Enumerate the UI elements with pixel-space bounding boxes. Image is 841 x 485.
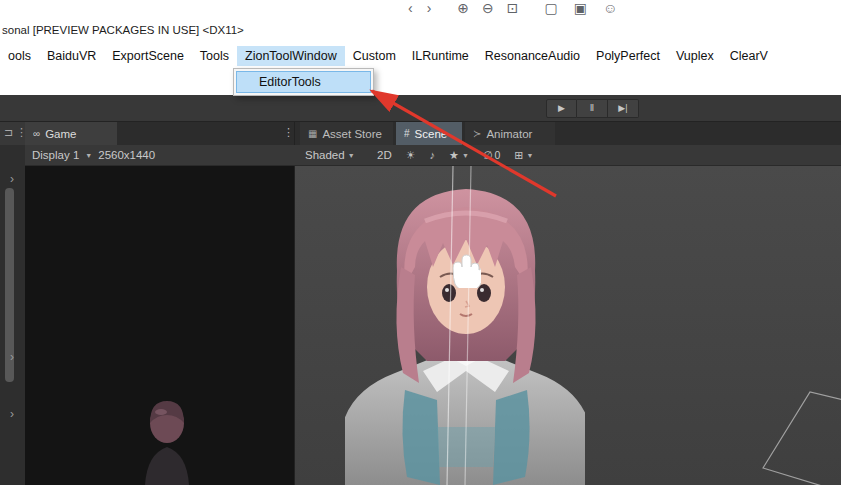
tab-asset-store-label: Asset Store (322, 128, 381, 140)
dock-icon[interactable]: ⊐ (4, 126, 13, 139)
hierarchy-strip: › › › (0, 145, 25, 485)
menu-item-polyperfect[interactable]: PolyPerfect (588, 46, 668, 66)
game-dock-tabs: ∞ Game ⋮ (25, 122, 295, 145)
scene-dock-tabs: ▦ Asset Store # Scene ≻ Animator (295, 122, 841, 145)
unity-toolbar: ▶ Ⅱ ▶| (0, 95, 841, 122)
screenshot-root: ‹ › ⊕ ⊖ ⊡ ▢ ▣ ☺ sonal [PREVIEW PACKAGES … (0, 0, 841, 485)
asset-store-icon: ▦ (308, 128, 317, 139)
hidden-object-count: 0 (494, 149, 500, 161)
pause-button[interactable]: Ⅱ (577, 99, 608, 118)
play-controls: ▶ Ⅱ ▶| (546, 99, 639, 118)
chevron-down-icon: ▼ (85, 152, 92, 159)
animator-icon: ≻ (473, 128, 481, 139)
visibility-off-icon: ∅ (483, 149, 493, 162)
game-resolution: 2560x1440 (98, 149, 155, 161)
chevron-down-icon: ▼ (348, 152, 355, 159)
chevron-down-icon: ▼ (462, 152, 469, 159)
shading-dropdown-label: Shaded (305, 149, 345, 161)
game-icon: ∞ (33, 128, 40, 139)
zoom-in-icon[interactable]: ⊕ (457, 0, 469, 16)
game-view-toolbar: Display 1 ▼ 2560x1440 (25, 145, 295, 166)
expand-arrow-icon[interactable]: › (10, 350, 14, 364)
nav-forward-icon[interactable]: › (427, 0, 432, 16)
hand-cursor-icon (443, 252, 481, 288)
effects-icon: ★ (449, 149, 459, 162)
step-button[interactable]: ▶| (608, 99, 639, 118)
nav-back-icon[interactable]: ‹ (408, 0, 413, 16)
fit-to-window-icon[interactable]: ⊡ (507, 0, 519, 16)
scene-character (345, 175, 585, 485)
scene-view-toolbar: Shaded ▼ 2D ☀ ♪ ★ ▼ ∅ 0 ⊞ ▼ (295, 145, 841, 166)
tab-scene-label: Scene (415, 128, 448, 140)
toggle-2d-button[interactable]: 2D (377, 149, 392, 161)
menu-item-resonanceaudio[interactable]: ResonanceAudio (477, 46, 588, 66)
scene-audio-icon[interactable]: ♪ (430, 149, 436, 161)
play-button[interactable]: ▶ (546, 99, 577, 118)
menu-bar: ools BaiduVR ExportScene Tools ZionToolW… (0, 45, 776, 67)
window-title: sonal [PREVIEW PACKAGES IN USE] <DX11> (2, 24, 244, 36)
scene-icon: # (404, 128, 410, 139)
shading-dropdown[interactable]: Shaded ▼ (305, 149, 363, 161)
menu-item-baiduvr[interactable]: BaiduVR (39, 46, 104, 66)
display-dropdown[interactable]: Display 1 (32, 149, 79, 161)
menu-item-ilruntime[interactable]: ILRuntime (404, 46, 477, 66)
game-view-character (137, 392, 197, 485)
tab-game-label: Game (45, 128, 76, 140)
tab-asset-store[interactable]: ▦ Asset Store (300, 122, 393, 145)
game-panel-kebab-icon[interactable]: ⋮ (283, 126, 294, 139)
about-icon[interactable]: ☺ (603, 0, 617, 16)
scene-lighting-icon[interactable]: ☀ (406, 149, 416, 162)
zoom-out-icon[interactable]: ⊖ (482, 0, 494, 16)
scene-grid-dropdown[interactable]: ⊞ ▼ (514, 149, 533, 162)
tab-animator-label: Animator (486, 128, 532, 140)
menu-item-exportscene[interactable]: ExportScene (104, 46, 192, 66)
copy-icon[interactable]: ▢ (545, 0, 558, 16)
tab-scene[interactable]: # Scene (396, 122, 462, 145)
chevron-down-icon: ▼ (527, 152, 534, 159)
tab-animator[interactable]: ≻ Animator (465, 122, 555, 145)
save-icon[interactable]: ▣ (574, 0, 587, 16)
menu-item-tools[interactable]: Tools (192, 46, 237, 66)
menu-item-ools[interactable]: ools (0, 46, 39, 66)
tab-game[interactable]: ∞ Game (25, 122, 117, 145)
grid-icon: ⊞ (514, 149, 523, 162)
viewer-toolbar: ‹ › ⊕ ⊖ ⊡ ▢ ▣ ☺ (408, 0, 617, 18)
scene-effects-dropdown[interactable]: ★ ▼ (449, 149, 469, 162)
expand-arrow-icon[interactable]: › (10, 172, 14, 186)
dock-tab-row: ⊐ ⋮ ∞ Game ⋮ ▦ Asset Store # Scene ≻ Ani… (0, 122, 841, 145)
menu-item-editortools[interactable]: EditorTools (236, 71, 371, 93)
menu-item-vuplex[interactable]: Vuplex (668, 46, 722, 66)
ziontoolwindow-dropdown: EditorTools (233, 68, 374, 96)
menu-item-clearv[interactable]: ClearV (722, 46, 776, 66)
left-panel-header: ⊐ ⋮ (0, 122, 25, 145)
scene-view-viewport[interactable] (295, 166, 841, 485)
expand-arrow-icon[interactable]: › (10, 407, 14, 421)
scene-visibility-toggle[interactable]: ∅ 0 (483, 149, 500, 162)
menu-item-ziontoolwindow[interactable]: ZionToolWindow (237, 46, 345, 66)
game-view-viewport[interactable] (25, 166, 295, 485)
menu-item-custom[interactable]: Custom (345, 46, 404, 66)
